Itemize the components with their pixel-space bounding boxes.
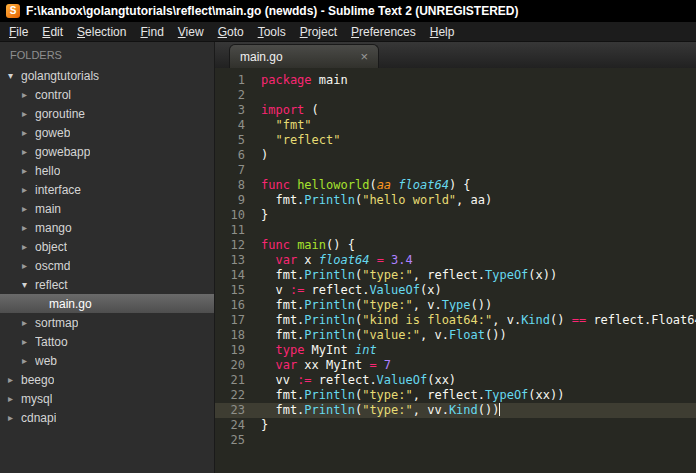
chevron-right-icon[interactable]: ▸ xyxy=(8,393,21,404)
tree-item-label: goroutine xyxy=(35,107,85,121)
chevron-down-icon[interactable]: ▾ xyxy=(8,70,21,81)
code-line-content: ) xyxy=(261,148,268,163)
chevron-down-icon[interactable]: ▾ xyxy=(22,279,35,290)
window-title: F:\kanbox\golangtutorials\reflect\main.g… xyxy=(26,4,519,18)
code-line-25[interactable]: 25 xyxy=(215,433,696,448)
code-line-8[interactable]: 8func helloworld(aa float64) { xyxy=(215,178,696,193)
folder-item-gowebapp[interactable]: ▸gowebapp xyxy=(0,142,214,161)
code-line-3[interactable]: 3import ( xyxy=(215,103,696,118)
menu-bar: FileEditSelectionFindViewGotoToolsProjec… xyxy=(0,22,696,42)
menu-item-edit[interactable]: Edit xyxy=(35,23,70,41)
code-editor[interactable]: 1package main23import (4 "fmt"5 "reflect… xyxy=(215,68,696,473)
chevron-right-icon[interactable]: ▸ xyxy=(22,146,35,157)
line-number: 16 xyxy=(215,298,245,313)
code-line-10[interactable]: 10} xyxy=(215,208,696,223)
code-line-content: import ( xyxy=(261,103,319,118)
tab-main-go[interactable]: main.go × xyxy=(229,44,379,68)
menu-item-find[interactable]: Find xyxy=(133,23,170,41)
folder-item-interface[interactable]: ▸interface xyxy=(0,180,214,199)
code-line-5[interactable]: 5 "reflect" xyxy=(215,133,696,148)
tab-close-icon[interactable]: × xyxy=(360,50,368,63)
folder-tree: ▾golangtutorials▸control▸goroutine▸goweb… xyxy=(0,66,214,427)
code-line-1[interactable]: 1package main xyxy=(215,73,696,88)
code-line-13[interactable]: 13 var x float64 = 3.4 xyxy=(215,253,696,268)
folder-item-hello[interactable]: ▸hello xyxy=(0,161,214,180)
code-line-content: package main xyxy=(261,73,348,88)
code-line-17[interactable]: 17 fmt.Println("kind is float64:", v.Kin… xyxy=(215,313,696,328)
code-line-content: func main() { xyxy=(261,238,355,253)
menu-item-project[interactable]: Project xyxy=(293,23,344,41)
chevron-right-icon[interactable]: ▸ xyxy=(8,412,21,423)
tree-item-label: oscmd xyxy=(35,259,70,273)
code-line-content: fmt.Println("hello world", aa) xyxy=(261,193,492,208)
chevron-right-icon[interactable]: ▸ xyxy=(22,222,35,233)
code-line-2[interactable]: 2 xyxy=(215,88,696,103)
tree-item-label: gowebapp xyxy=(35,145,90,159)
code-line-20[interactable]: 20 var xx MyInt = 7 xyxy=(215,358,696,373)
menu-item-tools[interactable]: Tools xyxy=(251,23,293,41)
folder-item-mysql[interactable]: ▸mysql xyxy=(0,389,214,408)
folder-item-cdnapi[interactable]: ▸cdnapi xyxy=(0,408,214,427)
code-line-22[interactable]: 22 fmt.Println("type:", reflect.TypeOf(x… xyxy=(215,388,696,403)
chevron-right-icon[interactable]: ▸ xyxy=(22,336,35,347)
folder-item-goweb[interactable]: ▸goweb xyxy=(0,123,214,142)
code-line-content: fmt.Println("type:", v.Type()) xyxy=(261,298,492,313)
menu-item-selection[interactable]: Selection xyxy=(70,23,133,41)
code-line-19[interactable]: 19 type MyInt int xyxy=(215,343,696,358)
code-line-content: v := reflect.ValueOf(x) xyxy=(261,283,442,298)
code-line-11[interactable]: 11 xyxy=(215,223,696,238)
file-item-main.go[interactable]: main.go xyxy=(0,294,214,313)
folder-item-control[interactable]: ▸control xyxy=(0,85,214,104)
folder-item-object[interactable]: ▸object xyxy=(0,237,214,256)
line-number: 23 xyxy=(215,403,245,418)
code-line-6[interactable]: 6) xyxy=(215,148,696,163)
menu-item-preferences[interactable]: Preferences xyxy=(344,23,423,41)
code-line-18[interactable]: 18 fmt.Println("value:", v.Float()) xyxy=(215,328,696,343)
menu-item-view[interactable]: View xyxy=(171,23,211,41)
code-line-7[interactable]: 7 xyxy=(215,163,696,178)
tab-label: main.go xyxy=(240,50,283,64)
code-line-12[interactable]: 12func main() { xyxy=(215,238,696,253)
code-line-21[interactable]: 21 vv := reflect.ValueOf(xx) xyxy=(215,373,696,388)
folder-item-beego[interactable]: ▸beego xyxy=(0,370,214,389)
code-line-15[interactable]: 15 v := reflect.ValueOf(x) xyxy=(215,283,696,298)
code-line-24[interactable]: 24} xyxy=(215,418,696,433)
chevron-right-icon[interactable]: ▸ xyxy=(22,108,35,119)
code-line-14[interactable]: 14 fmt.Println("type:", reflect.TypeOf(x… xyxy=(215,268,696,283)
code-line-content: type MyInt int xyxy=(261,343,377,358)
line-number: 7 xyxy=(215,163,245,178)
chevron-right-icon[interactable]: ▸ xyxy=(22,127,35,138)
folder-item-mango[interactable]: ▸mango xyxy=(0,218,214,237)
line-number: 11 xyxy=(215,223,245,238)
tree-item-label: mysql xyxy=(21,392,52,406)
folder-item-tattoo[interactable]: ▸Tattoo xyxy=(0,332,214,351)
tree-item-label: control xyxy=(35,88,71,102)
tree-item-label: object xyxy=(35,240,67,254)
chevron-right-icon[interactable]: ▸ xyxy=(22,165,35,176)
folder-item-oscmd[interactable]: ▸oscmd xyxy=(0,256,214,275)
chevron-right-icon[interactable]: ▸ xyxy=(22,184,35,195)
menu-item-help[interactable]: Help xyxy=(423,23,462,41)
code-line-9[interactable]: 9 fmt.Println("hello world", aa) xyxy=(215,193,696,208)
folder-item-sortmap[interactable]: ▸sortmap xyxy=(0,313,214,332)
menu-item-goto[interactable]: Goto xyxy=(211,23,251,41)
title-bar[interactable]: S F:\kanbox\golangtutorials\reflect\main… xyxy=(0,0,696,22)
code-line-4[interactable]: 4 "fmt" xyxy=(215,118,696,133)
code-line-16[interactable]: 16 fmt.Println("type:", v.Type()) xyxy=(215,298,696,313)
tree-item-label: mango xyxy=(35,221,72,235)
folder-item-web[interactable]: ▸web xyxy=(0,351,214,370)
folder-item-golangtutorials[interactable]: ▾golangtutorials xyxy=(0,66,214,85)
folder-item-reflect[interactable]: ▾reflect xyxy=(0,275,214,294)
chevron-right-icon[interactable]: ▸ xyxy=(22,260,35,271)
menu-item-file[interactable]: File xyxy=(2,23,35,41)
tab-bar: main.go × xyxy=(215,42,696,68)
chevron-right-icon[interactable]: ▸ xyxy=(22,317,35,328)
chevron-right-icon[interactable]: ▸ xyxy=(22,241,35,252)
folder-item-goroutine[interactable]: ▸goroutine xyxy=(0,104,214,123)
chevron-right-icon[interactable]: ▸ xyxy=(22,355,35,366)
chevron-right-icon[interactable]: ▸ xyxy=(22,203,35,214)
chevron-right-icon[interactable]: ▸ xyxy=(8,374,21,385)
chevron-right-icon[interactable]: ▸ xyxy=(22,89,35,100)
code-line-23[interactable]: 23 fmt.Println("type:", vv.Kind()) xyxy=(215,403,696,418)
folder-item-main[interactable]: ▸main xyxy=(0,199,214,218)
